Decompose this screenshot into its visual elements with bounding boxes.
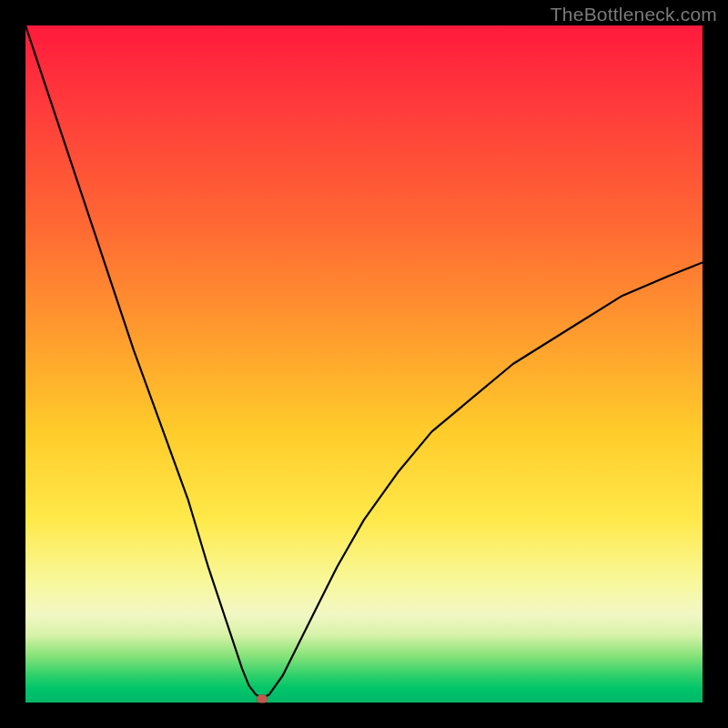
plot-area <box>25 25 703 703</box>
bottleneck-curve <box>25 25 703 703</box>
chart-frame: TheBottleneck.com <box>0 0 728 728</box>
optimal-point-marker <box>257 694 268 703</box>
watermark-text: TheBottleneck.com <box>551 4 717 25</box>
